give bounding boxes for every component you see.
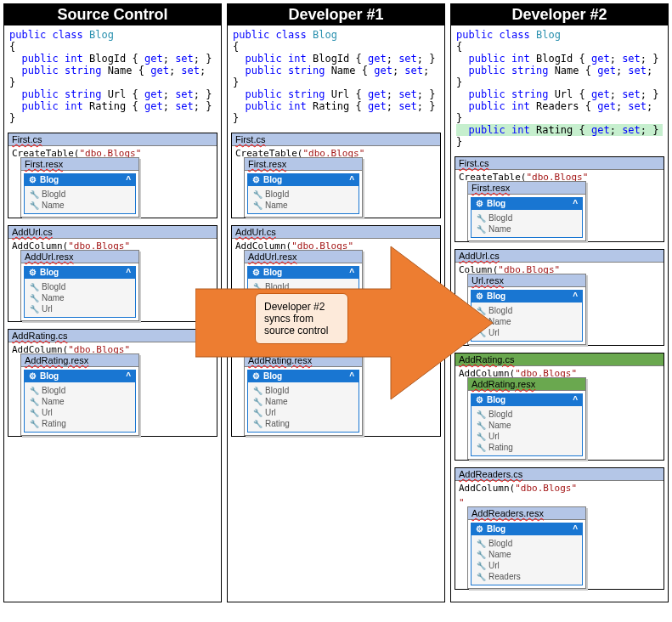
code-block: public class Blog { public int BlogId { … <box>451 25 668 151</box>
file-addrating-cs: AddRating.cs AddColumn("dbo.Blogs" AddRa… <box>8 329 217 437</box>
col-header: Source Control <box>4 4 221 25</box>
file-title: AddRating.cs <box>8 330 217 342</box>
wrench-icon: 🔧 <box>30 190 39 199</box>
code-block: public class Blog { public int BlogId { … <box>228 25 444 127</box>
file-title: First.resx <box>21 158 138 171</box>
file-first-cs: First.cs CreateTable("dbo.Blogs" First.r… <box>8 133 217 218</box>
chevron-up-icon: ^ <box>126 371 131 381</box>
file-first-resx: First.resx ⚙Blog^ 🔧BlogId🔧Name <box>20 157 139 218</box>
chevron-up-icon: ^ <box>126 268 131 277</box>
col-source-control: Source Control public class Blog { publi… <box>3 3 222 602</box>
wrench-icon: 🔧 <box>30 201 39 210</box>
class-icon: ⚙ <box>29 371 37 381</box>
file-title: AddUrl.cs <box>8 226 217 239</box>
file-first-cs: First.cs CreateTable("dbo.Blogs" First.r… <box>231 133 441 218</box>
callout-sync: Developer #2 syncs from source control <box>255 293 348 344</box>
col-header: Developer #2 <box>451 4 668 25</box>
file-addrating-resx: AddRating.resx ⚙Blog^ 🔧BlogId🔧Name🔧Url🔧R… <box>20 353 139 436</box>
class-icon: ⚙ <box>29 175 37 184</box>
class-icon: ⚙ <box>29 268 37 277</box>
file-addreaders-cs: AddReaders.cs AddColumn("dbo.Blogs" " Ad… <box>455 467 664 590</box>
file-addurl-resx: AddUrl.resx ⚙Blog^ 🔧BlogId🔧Name🔧Url <box>20 250 139 321</box>
col-header: Developer #1 <box>228 4 444 25</box>
chevron-up-icon: ^ <box>126 175 131 184</box>
code-block: public class Blog { public int BlogId { … <box>4 25 221 127</box>
file-title: AddRating.resx <box>21 354 138 367</box>
file-first-cs: First.cs CreateTable("dbo.Blogs" First.r… <box>455 156 664 242</box>
file-addurl-cs: AddUrl.cs AddColumn("dbo.Blogs" AddUrl.r… <box>8 225 217 322</box>
file-title: First.cs <box>8 133 217 146</box>
file-title: AddUrl.resx <box>21 251 138 263</box>
